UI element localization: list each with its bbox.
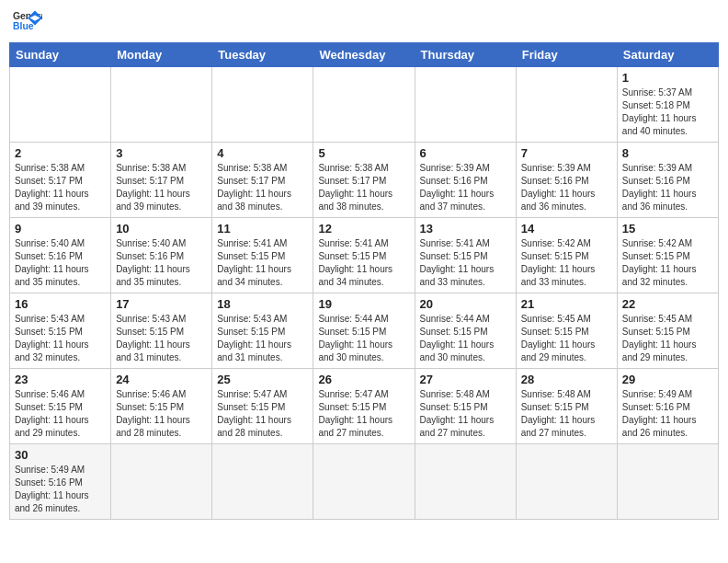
calendar-cell: 16Sunrise: 5:43 AM Sunset: 5:15 PM Dayli…: [10, 293, 111, 369]
day-number: 23: [15, 373, 106, 386]
day-number: 2: [15, 146, 106, 160]
day-info: Sunrise: 5:39 AM Sunset: 5:16 PM Dayligh…: [420, 162, 511, 213]
calendar-cell: [516, 444, 617, 520]
calendar-cell: [111, 444, 212, 520]
day-info: Sunrise: 5:43 AM Sunset: 5:15 PM Dayligh…: [15, 313, 106, 364]
calendar-week-row: 30Sunrise: 5:49 AM Sunset: 5:16 PM Dayli…: [10, 444, 719, 520]
calendar-cell: 22Sunrise: 5:45 AM Sunset: 5:15 PM Dayli…: [617, 293, 718, 369]
calendar-cell: 13Sunrise: 5:41 AM Sunset: 5:15 PM Dayli…: [415, 218, 516, 293]
calendar-cell: 4Sunrise: 5:38 AM Sunset: 5:17 PM Daylig…: [212, 143, 313, 218]
calendar-cell: [212, 444, 313, 520]
day-info: Sunrise: 5:41 AM Sunset: 5:15 PM Dayligh…: [420, 237, 511, 289]
day-info: Sunrise: 5:42 AM Sunset: 5:15 PM Dayligh…: [521, 237, 612, 289]
day-number: 30: [15, 448, 106, 462]
calendar-cell: 12Sunrise: 5:41 AM Sunset: 5:15 PM Dayli…: [313, 218, 415, 293]
calendar-week-row: 2Sunrise: 5:38 AM Sunset: 5:17 PM Daylig…: [10, 143, 719, 218]
day-number: 25: [217, 373, 308, 386]
calendar-cell: 26Sunrise: 5:47 AM Sunset: 5:15 PM Dayli…: [313, 369, 415, 444]
weekday-header-monday: Monday: [111, 43, 212, 67]
day-info: Sunrise: 5:46 AM Sunset: 5:15 PM Dayligh…: [15, 388, 106, 440]
calendar-cell: [212, 67, 313, 143]
day-number: 8: [622, 146, 713, 160]
calendar-cell: 8Sunrise: 5:39 AM Sunset: 5:16 PM Daylig…: [617, 143, 718, 218]
day-number: 26: [318, 373, 409, 386]
calendar-cell: 7Sunrise: 5:39 AM Sunset: 5:16 PM Daylig…: [516, 143, 617, 218]
calendar-cell: 25Sunrise: 5:47 AM Sunset: 5:15 PM Dayli…: [212, 369, 313, 444]
calendar-cell: 21Sunrise: 5:45 AM Sunset: 5:15 PM Dayli…: [516, 293, 617, 369]
calendar-cell: 6Sunrise: 5:39 AM Sunset: 5:16 PM Daylig…: [415, 143, 516, 218]
calendar-cell: 11Sunrise: 5:41 AM Sunset: 5:15 PM Dayli…: [212, 218, 313, 293]
calendar-cell: 19Sunrise: 5:44 AM Sunset: 5:15 PM Dayli…: [313, 293, 415, 369]
day-info: Sunrise: 5:38 AM Sunset: 5:17 PM Dayligh…: [318, 162, 409, 213]
day-number: 3: [116, 146, 207, 160]
weekday-header-tuesday: Tuesday: [212, 43, 313, 67]
day-number: 9: [15, 222, 106, 236]
day-info: Sunrise: 5:40 AM Sunset: 5:16 PM Dayligh…: [15, 237, 106, 289]
weekday-header-row: SundayMondayTuesdayWednesdayThursdayFrid…: [10, 43, 719, 67]
calendar-cell: 28Sunrise: 5:48 AM Sunset: 5:15 PM Dayli…: [516, 369, 617, 444]
calendar-week-row: 9Sunrise: 5:40 AM Sunset: 5:16 PM Daylig…: [10, 218, 719, 293]
day-info: Sunrise: 5:45 AM Sunset: 5:15 PM Dayligh…: [622, 313, 713, 364]
day-number: 4: [217, 146, 308, 160]
calendar-cell: [617, 444, 718, 520]
day-number: 24: [116, 373, 207, 386]
day-number: 10: [116, 222, 207, 236]
day-info: Sunrise: 5:39 AM Sunset: 5:16 PM Dayligh…: [521, 162, 612, 213]
weekday-header-sunday: Sunday: [10, 43, 111, 67]
day-info: Sunrise: 5:38 AM Sunset: 5:17 PM Dayligh…: [15, 162, 106, 213]
day-number: 15: [622, 222, 713, 236]
calendar-cell: 30Sunrise: 5:49 AM Sunset: 5:16 PM Dayli…: [10, 444, 111, 520]
calendar-cell: 27Sunrise: 5:48 AM Sunset: 5:15 PM Dayli…: [415, 369, 516, 444]
day-info: Sunrise: 5:38 AM Sunset: 5:17 PM Dayligh…: [217, 162, 308, 213]
day-number: 7: [521, 146, 612, 160]
day-number: 12: [318, 222, 409, 236]
day-number: 19: [318, 297, 409, 311]
day-info: Sunrise: 5:48 AM Sunset: 5:15 PM Dayligh…: [521, 388, 612, 440]
weekday-header-thursday: Thursday: [415, 43, 516, 67]
calendar-cell: 3Sunrise: 5:38 AM Sunset: 5:17 PM Daylig…: [111, 143, 212, 218]
day-info: Sunrise: 5:39 AM Sunset: 5:16 PM Dayligh…: [622, 162, 713, 213]
day-number: 17: [116, 297, 207, 311]
day-number: 21: [521, 297, 612, 311]
day-info: Sunrise: 5:42 AM Sunset: 5:15 PM Dayligh…: [622, 237, 713, 289]
day-number: 18: [217, 297, 308, 311]
day-number: 1: [622, 71, 713, 85]
calendar-cell: 1Sunrise: 5:37 AM Sunset: 5:18 PM Daylig…: [617, 67, 718, 143]
page-header: General Blue: [9, 9, 719, 35]
calendar-cell: 2Sunrise: 5:38 AM Sunset: 5:17 PM Daylig…: [10, 143, 111, 218]
day-info: Sunrise: 5:37 AM Sunset: 5:18 PM Dayligh…: [622, 86, 713, 138]
day-info: Sunrise: 5:40 AM Sunset: 5:16 PM Dayligh…: [116, 237, 207, 289]
calendar-cell: [516, 67, 617, 143]
day-info: Sunrise: 5:49 AM Sunset: 5:16 PM Dayligh…: [622, 388, 713, 440]
calendar-cell: 5Sunrise: 5:38 AM Sunset: 5:17 PM Daylig…: [313, 143, 415, 218]
calendar-week-row: 23Sunrise: 5:46 AM Sunset: 5:15 PM Dayli…: [10, 369, 719, 444]
calendar-cell: 10Sunrise: 5:40 AM Sunset: 5:16 PM Dayli…: [111, 218, 212, 293]
calendar-cell: 20Sunrise: 5:44 AM Sunset: 5:15 PM Dayli…: [415, 293, 516, 369]
day-info: Sunrise: 5:45 AM Sunset: 5:15 PM Dayligh…: [521, 313, 612, 364]
calendar-cell: 29Sunrise: 5:49 AM Sunset: 5:16 PM Dayli…: [617, 369, 718, 444]
calendar-cell: 24Sunrise: 5:46 AM Sunset: 5:15 PM Dayli…: [111, 369, 212, 444]
svg-text:Blue: Blue: [13, 21, 34, 31]
day-number: 22: [622, 297, 713, 311]
logo-icon: General Blue: [13, 9, 42, 35]
day-info: Sunrise: 5:43 AM Sunset: 5:15 PM Dayligh…: [217, 313, 308, 364]
weekday-header-saturday: Saturday: [617, 43, 718, 67]
weekday-header-wednesday: Wednesday: [313, 43, 415, 67]
calendar-cell: 14Sunrise: 5:42 AM Sunset: 5:15 PM Dayli…: [516, 218, 617, 293]
calendar-cell: 18Sunrise: 5:43 AM Sunset: 5:15 PM Dayli…: [212, 293, 313, 369]
day-info: Sunrise: 5:43 AM Sunset: 5:15 PM Dayligh…: [116, 313, 207, 364]
day-info: Sunrise: 5:47 AM Sunset: 5:15 PM Dayligh…: [318, 388, 409, 440]
day-info: Sunrise: 5:38 AM Sunset: 5:17 PM Dayligh…: [116, 162, 207, 213]
calendar-cell: 23Sunrise: 5:46 AM Sunset: 5:15 PM Dayli…: [10, 369, 111, 444]
day-number: 28: [521, 373, 612, 386]
calendar-cell: [415, 67, 516, 143]
calendar-cell: 15Sunrise: 5:42 AM Sunset: 5:15 PM Dayli…: [617, 218, 718, 293]
weekday-header-friday: Friday: [516, 43, 617, 67]
calendar-cell: [313, 67, 415, 143]
calendar-cell: [10, 67, 111, 143]
day-info: Sunrise: 5:44 AM Sunset: 5:15 PM Dayligh…: [420, 313, 511, 364]
day-number: 13: [420, 222, 511, 236]
day-info: Sunrise: 5:41 AM Sunset: 5:15 PM Dayligh…: [318, 237, 409, 289]
day-info: Sunrise: 5:49 AM Sunset: 5:16 PM Dayligh…: [15, 464, 106, 515]
calendar-cell: 9Sunrise: 5:40 AM Sunset: 5:16 PM Daylig…: [10, 218, 111, 293]
